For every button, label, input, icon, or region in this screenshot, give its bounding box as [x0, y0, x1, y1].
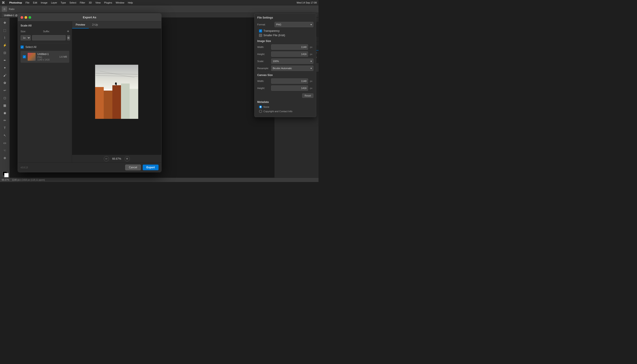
toolbar-ratio-label: Ratio: [9, 8, 15, 10]
tool-move[interactable]: ✥: [2, 20, 8, 26]
menu-window[interactable]: Window: [116, 1, 124, 4]
dropdown-chevron-icon: ▾: [311, 23, 312, 26]
color-swatches: [3, 172, 7, 178]
zoom-in-button[interactable]: +: [125, 156, 130, 162]
file-settings-panel: File Settings Format: PNG ▾ ✓ Transparen…: [254, 13, 316, 117]
cancel-button[interactable]: Cancel: [125, 164, 141, 170]
menu-photoshop[interactable]: Photoshop: [9, 1, 22, 4]
metadata-copyright-radio[interactable]: [259, 110, 262, 113]
menu-layer[interactable]: Layer: [51, 1, 57, 4]
menu-help[interactable]: Help: [128, 1, 133, 4]
metadata-copyright-row: Copyright and Contact Info: [257, 110, 313, 113]
delete-scale-button[interactable]: 🗑: [67, 35, 70, 40]
preview-bottom-bar: − 66.67% +: [72, 154, 161, 162]
canvas-width-input[interactable]: 1140: [271, 78, 308, 84]
modal-titlebar: Export As: [18, 14, 161, 22]
tab-preview[interactable]: Preview: [72, 22, 89, 28]
tool-shape[interactable]: ▭: [2, 140, 8, 146]
format-row: Format: PNG ▾: [257, 22, 313, 27]
image-size-title: Image Size: [257, 40, 313, 43]
menu-bar-right: Wed 14 Sep 17:08: [297, 1, 317, 4]
preview-tabs: Preview 2-Up: [72, 22, 161, 29]
menu-3d[interactable]: 3D: [89, 1, 92, 4]
tab-2up[interactable]: 2-Up: [89, 22, 102, 28]
menu-type[interactable]: Type: [61, 1, 66, 4]
menu-image[interactable]: Image: [41, 1, 48, 4]
tool-eyedropper[interactable]: ✒: [2, 57, 8, 64]
tool-crop[interactable]: ⊡: [2, 50, 8, 56]
tool-select-rect[interactable]: ⬚: [2, 27, 8, 34]
tool-dodge[interactable]: ◉: [2, 110, 8, 116]
tool-type[interactable]: T: [2, 124, 8, 131]
zoom-out-button[interactable]: −: [104, 156, 109, 162]
format-dropdown[interactable]: PNG ▾: [275, 22, 313, 27]
menu-select[interactable]: Select: [69, 1, 76, 4]
file-checkbox[interactable]: ✓: [23, 55, 26, 58]
resample-row: Resample: Bicubic Automatic ▾: [257, 66, 313, 71]
add-scale-button[interactable]: +: [67, 30, 69, 33]
tool-clone-stamp[interactable]: ✿: [2, 80, 8, 86]
suffix-input[interactable]: [32, 35, 66, 40]
window-maximize-button[interactable]: [29, 16, 31, 19]
transparency-checkbox[interactable]: ✓: [259, 30, 262, 32]
foreground-color[interactable]: [3, 172, 7, 176]
scale-dropdown[interactable]: 1x 2x 3x: [21, 35, 31, 40]
metadata-title: Metadata: [257, 100, 313, 104]
file-thumb-preview: [28, 53, 36, 61]
svg-line-2: [100, 71, 135, 78]
toolbar-tool-icon[interactable]: ⊹: [2, 6, 7, 12]
tool-path-select[interactable]: ↖: [2, 132, 8, 139]
select-all-row: ✓ Select All: [21, 46, 69, 48]
menu-filter[interactable]: Filter: [80, 1, 85, 4]
metadata-none-radio[interactable]: [259, 105, 262, 108]
reset-button[interactable]: Reset: [302, 94, 313, 98]
menu-file[interactable]: File: [26, 1, 30, 4]
apple-menu-icon[interactable]: ⌘: [2, 1, 5, 4]
modal-body: Scale All Size: Suffix: + 1x 2x 3x 🗑 ✓ S…: [18, 22, 161, 162]
smaller-file-checkbox[interactable]: [259, 34, 262, 37]
metadata-none-row: None: [257, 105, 313, 108]
resample-label: Resample:: [257, 67, 269, 70]
tool-history-brush[interactable]: ↩: [2, 87, 8, 94]
svg-line-0: [96, 73, 138, 74]
reset-row: Reset: [257, 92, 313, 98]
image-height-input[interactable]: 1416: [271, 52, 308, 57]
select-all-checkbox[interactable]: ✓: [21, 46, 24, 48]
resample-dropdown[interactable]: Bicubic Automatic ▾: [271, 66, 313, 71]
scale-percent-dropdown[interactable]: 100% ▾: [271, 58, 313, 64]
building-5: [130, 89, 138, 118]
tool-zoom[interactable]: ⊕: [2, 154, 8, 161]
tool-hand[interactable]: ☜: [2, 147, 8, 154]
tool-eraser[interactable]: ◻: [2, 94, 8, 101]
status-zoom: 66.67%: [2, 179, 9, 181]
canvas-width-label: Width:: [257, 80, 269, 82]
metadata-none-label: None: [263, 106, 269, 108]
building-4: [121, 84, 130, 118]
tool-gradient[interactable]: ▦: [2, 102, 8, 109]
image-scale-row: Scale: 100% ▾: [257, 58, 313, 64]
tool-brush[interactable]: 🖌: [2, 72, 8, 79]
export-button[interactable]: Export: [143, 164, 159, 170]
image-width-input[interactable]: 1140: [271, 44, 308, 50]
file-settings-title: File Settings: [257, 16, 313, 19]
menu-view[interactable]: View: [95, 1, 101, 4]
canvas-width-unit: px: [310, 80, 313, 82]
transparency-row: ✓ Transparency: [257, 30, 313, 32]
footer-buttons: Cancel Export: [125, 164, 159, 170]
file-name: Untitled-1: [37, 52, 58, 56]
menu-plugins[interactable]: Plugins: [104, 1, 112, 4]
menu-edit[interactable]: Edit: [33, 1, 37, 4]
file-list-item[interactable]: ✓ Untitled-1 PNG 1140 x 1416 1.6 MB: [21, 51, 69, 63]
metadata-copyright-label: Copyright and Contact Info: [263, 110, 292, 113]
canvas-height-input[interactable]: 1416: [271, 86, 308, 91]
scale-all-title: Scale All: [21, 24, 69, 27]
format-label: Format:: [257, 23, 273, 26]
tool-pen[interactable]: ✏: [2, 117, 8, 124]
preview-image: [95, 65, 138, 119]
tool-magic-wand[interactable]: ⚡: [2, 42, 8, 48]
window-close-button[interactable]: [21, 16, 23, 19]
window-minimize-button[interactable]: [25, 16, 27, 19]
tool-spot-heal[interactable]: ✦: [2, 64, 8, 71]
background-color-swatch[interactable]: [4, 173, 9, 177]
tool-lasso[interactable]: ⌇: [2, 34, 8, 41]
